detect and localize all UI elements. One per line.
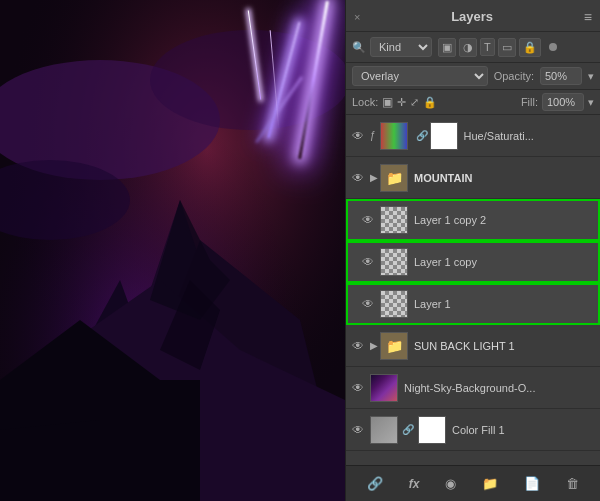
- panel-menu-icon[interactable]: ≡: [584, 9, 592, 25]
- thumb-color-fill-mask: [418, 416, 446, 444]
- layer-name-night-sky: Night-Sky-Background-O...: [404, 382, 594, 394]
- lock-image-icon[interactable]: ✛: [397, 96, 406, 109]
- filter-bar: 🔍 Kind Name Effect ▣ ◑ T ▭ 🔒: [346, 32, 600, 63]
- filter-icons: ▣ ◑ T ▭ 🔒: [438, 38, 541, 57]
- layers-list: 👁 ƒ 🔗 Hue/Saturati... 👁 ▶ 📁 MOUNTAIN 👁 L…: [346, 115, 600, 465]
- lock-row: Lock: ▣ ✛ ⤢ 🔒 Fill: ▾: [346, 90, 600, 115]
- visibility-eye-color-fill[interactable]: 👁: [352, 423, 366, 437]
- layer-name-sun-back: SUN BACK LIGHT 1: [414, 340, 594, 352]
- lock-transparency-icon[interactable]: ▣: [382, 95, 393, 109]
- new-group-button[interactable]: 📁: [478, 474, 502, 493]
- thumb-color-fill-1: [370, 416, 398, 444]
- layer-name-hue-sat: Hue/Saturati...: [464, 130, 594, 142]
- filter-toggle-dot[interactable]: [549, 43, 557, 51]
- layer-name-mountain: MOUNTAIN: [414, 172, 594, 184]
- opacity-label: Opacity:: [494, 70, 534, 82]
- opacity-chevron[interactable]: ▾: [588, 70, 594, 83]
- visibility-eye-sun-back[interactable]: 👁: [352, 339, 366, 353]
- lock-all-icon[interactable]: 🔒: [423, 96, 437, 109]
- lock-position-icon[interactable]: ⤢: [410, 96, 419, 109]
- layer-name-color-fill: Color Fill 1: [452, 424, 594, 436]
- thumb-hue-sat: [380, 122, 408, 150]
- layer-name-layer1-copy: Layer 1 copy: [414, 256, 594, 268]
- thumb-mountain-group: 📁: [380, 164, 408, 192]
- canvas-area: [0, 0, 345, 501]
- kind-dropdown[interactable]: Kind Name Effect: [370, 37, 432, 57]
- thumb-layer1-copy2: [380, 206, 408, 234]
- close-icon[interactable]: ×: [354, 11, 360, 23]
- filter-adjust-icon[interactable]: ◑: [459, 38, 477, 57]
- double-thumb-color-fill: 🔗: [370, 416, 446, 444]
- filter-text-icon[interactable]: T: [480, 38, 495, 56]
- filter-smart-icon[interactable]: 🔒: [519, 38, 541, 57]
- layer-name-layer1-copy2: Layer 1 copy 2: [414, 214, 594, 226]
- canvas-background: [0, 0, 345, 501]
- visibility-eye-mountain[interactable]: 👁: [352, 171, 366, 185]
- link-layers-button[interactable]: 🔗: [363, 474, 387, 493]
- fill-label: Fill:: [521, 96, 538, 108]
- filter-shape-icon[interactable]: ▭: [498, 38, 516, 57]
- layer-item-color-fill[interactable]: 👁 🔗 Color Fill 1: [346, 409, 600, 451]
- lock-label: Lock:: [352, 96, 378, 108]
- search-icon: 🔍: [352, 41, 366, 54]
- blend-mode-dropdown[interactable]: Overlay Normal Multiply Screen: [352, 66, 488, 86]
- opacity-input[interactable]: [540, 67, 582, 85]
- layers-panel: × Layers ≡ 🔍 Kind Name Effect ▣ ◑ T ▭ 🔒 …: [345, 0, 600, 501]
- layer-item-layer1-copy[interactable]: 👁 Layer 1 copy: [346, 241, 600, 283]
- visibility-eye-layer1copy2[interactable]: 👁: [362, 213, 376, 227]
- thumb-link-hue-sat: 🔗: [416, 130, 428, 141]
- expand-arrow-mountain[interactable]: ▶: [370, 172, 378, 183]
- thumb-layer1: [380, 290, 408, 318]
- panel-header: × Layers ≡: [346, 0, 600, 32]
- thumb-link-color-fill: 🔗: [402, 424, 414, 435]
- link-icon-hue-sat: ƒ: [370, 130, 376, 141]
- blend-mode-row: Overlay Normal Multiply Screen Opacity: …: [346, 63, 600, 90]
- add-mask-button[interactable]: ◉: [441, 474, 460, 493]
- layer-item-sun-back[interactable]: 👁 ▶ 📁 SUN BACK LIGHT 1: [346, 325, 600, 367]
- fill-chevron[interactable]: ▾: [588, 96, 594, 109]
- thumb-sun-back: 📁: [380, 332, 408, 360]
- fill-input[interactable]: [542, 93, 584, 111]
- layer-item-mountain-group[interactable]: 👁 ▶ 📁 MOUNTAIN: [346, 157, 600, 199]
- new-layer-button[interactable]: 📄: [520, 474, 544, 493]
- bottom-toolbar: 🔗 fx ◉ 📁 📄 🗑: [346, 465, 600, 501]
- fx-button[interactable]: fx: [405, 475, 424, 493]
- visibility-eye-night-sky[interactable]: 👁: [352, 381, 366, 395]
- layer-item-hue-sat[interactable]: 👁 ƒ 🔗 Hue/Saturati...: [346, 115, 600, 157]
- layer-item-layer1-copy2[interactable]: 👁 Layer 1 copy 2: [346, 199, 600, 241]
- mountain-svg: [0, 0, 345, 501]
- visibility-eye-layer1copy[interactable]: 👁: [362, 255, 376, 269]
- thumb-layer1-copy: [380, 248, 408, 276]
- delete-layer-button[interactable]: 🗑: [562, 474, 583, 493]
- visibility-eye-hue-sat[interactable]: 👁: [352, 129, 366, 143]
- mask-hue-sat: [430, 122, 458, 150]
- visibility-eye-layer1[interactable]: 👁: [362, 297, 376, 311]
- layer-name-layer1: Layer 1: [414, 298, 594, 310]
- layer-item-layer1[interactable]: 👁 Layer 1: [346, 283, 600, 325]
- filter-pixel-icon[interactable]: ▣: [438, 38, 456, 57]
- layer-item-night-sky[interactable]: 👁 Night-Sky-Background-O...: [346, 367, 600, 409]
- thumb-night-sky: [370, 374, 398, 402]
- panel-title: Layers: [451, 9, 493, 24]
- svg-point-4: [150, 30, 345, 130]
- expand-arrow-sun-back[interactable]: ▶: [370, 340, 378, 351]
